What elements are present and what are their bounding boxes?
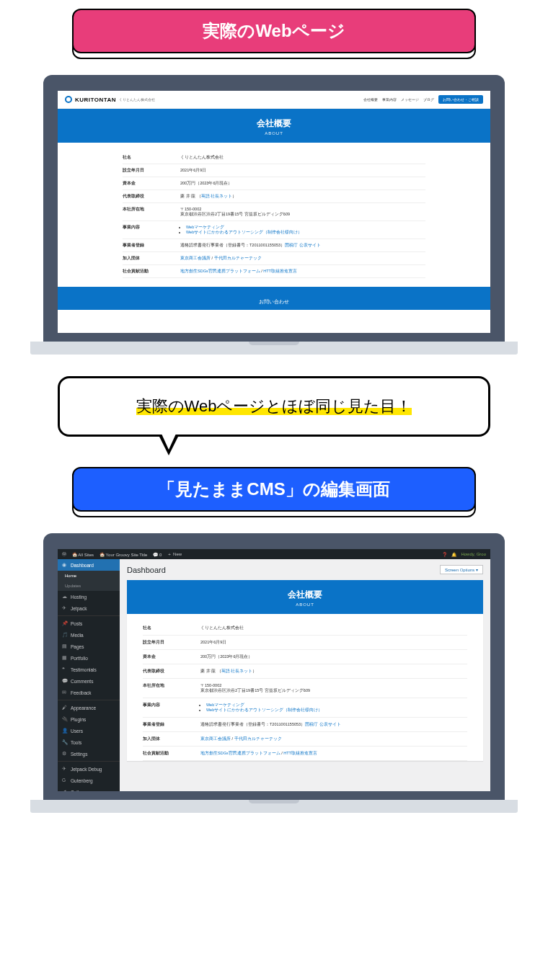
wp-main: Dashboard Screen Options ▾ 会社概要 ABOUT 社名… bbox=[120, 559, 490, 791]
sidebar-item-label: Media bbox=[71, 633, 84, 638]
site-logo: KURITONTAN bbox=[75, 97, 116, 103]
sidebar-item-label: Pages bbox=[71, 644, 84, 649]
row-value: 適格請求書発行事業者（登録番号：T2011001155053）国税庁 公表サイト bbox=[200, 722, 467, 727]
page-subtitle: ABOUT bbox=[127, 602, 483, 607]
row-label: 代表取締役 bbox=[123, 194, 180, 199]
wp-admin-bar: ⓦ 🏠 All Sites 🏠 Your Groovy Site Title 💬… bbox=[58, 549, 490, 559]
row-value: WebマーケティングWebサイトにかかわるアウトソーシング（制作会社様向け） bbox=[180, 225, 425, 235]
sidebar-item-dashboard[interactable]: ◉Dashboard bbox=[58, 559, 120, 571]
bubble-tail-icon bbox=[159, 435, 179, 455]
sidebar-item-label: Jetpack Debug bbox=[71, 767, 102, 772]
brush-icon: 🖌 bbox=[62, 705, 68, 710]
port-icon: ▦ bbox=[62, 655, 68, 661]
nav-item[interactable]: メッセージ bbox=[401, 97, 419, 102]
sidebar-item-gutenberg[interactable]: GGutenberg bbox=[58, 775, 120, 786]
table-row: 設立年月日2021年6月9日 bbox=[123, 164, 425, 177]
sidebar-item-portfolio[interactable]: ▦Portfolio bbox=[58, 652, 120, 664]
sidebar-item-settings[interactable]: ⚙Settings bbox=[58, 748, 120, 760]
wp-logo-icon[interactable]: ⓦ bbox=[62, 551, 66, 558]
dashboard-heading: Dashboard bbox=[127, 566, 166, 574]
sidebar-item-label: Tools bbox=[71, 740, 81, 745]
row-label: 設立年月日 bbox=[143, 640, 200, 645]
actual-page-banner-label: 実際のWebページ bbox=[72, 9, 476, 53]
page-subtitle: ABOUT bbox=[58, 131, 490, 135]
page-title: 会社概要 bbox=[58, 117, 490, 130]
sidebar-item-label: Feedback bbox=[71, 690, 92, 695]
row-value: 200万円（2023年6月現在） bbox=[200, 654, 467, 659]
table-row: 事業内容WebマーケティングWebサイトにかかわるアウトソーシング（制作会社様向… bbox=[123, 221, 425, 239]
company-info-table: 社名くりとんたん株式会社設立年月日2021年6月9日資本金200万円（2023年… bbox=[143, 621, 467, 761]
row-label: 社名 bbox=[143, 625, 200, 631]
speech-bubble: 実際のWebページとほぼ同じ見た目！ bbox=[58, 376, 490, 437]
row-value: 栗 井 龍 （英語 社長ネット） bbox=[180, 194, 425, 199]
logo-icon bbox=[65, 96, 72, 103]
row-label: 資本金 bbox=[123, 181, 180, 186]
all-sites-link[interactable]: 🏠 All Sites bbox=[72, 552, 94, 557]
editor-preview: 会社概要 ABOUT 社名くりとんたん株式会社設立年月日2021年6月9日資本金… bbox=[127, 580, 483, 761]
cms-editor-banner: 「見たままCMS」の編集画面 bbox=[72, 467, 476, 512]
row-value: 東京商工会議所 / 千代田カルチャーテック bbox=[180, 256, 425, 261]
sidebar-item-jetpack[interactable]: ✈Jetpack bbox=[58, 602, 120, 614]
company-info-table: 社名くりとんたん株式会社設立年月日2021年6月9日資本金200万円（2023年… bbox=[123, 151, 425, 278]
help-icon[interactable]: ❓ bbox=[442, 552, 447, 557]
site-logo-sub: くりとんたん株式会社 bbox=[119, 97, 155, 102]
sidebar-item-comments[interactable]: 💬Comments bbox=[58, 675, 120, 687]
sidebar-item-label: Comments bbox=[71, 679, 93, 684]
sidebar-item-posts[interactable]: 📌Posts bbox=[58, 618, 120, 629]
sidebar-item-tools[interactable]: 🔧Tools bbox=[58, 736, 120, 748]
notification-icon[interactable]: 🔔 bbox=[451, 552, 456, 557]
sidebar-item-jetpack-debug[interactable]: ✈Jetpack Debug bbox=[58, 763, 120, 775]
row-label: 本社所在地 bbox=[123, 207, 180, 217]
feed-icon: ✉ bbox=[62, 690, 68, 695]
nav-item[interactable]: ブログ bbox=[423, 97, 434, 102]
screen-options-button[interactable]: Screen Options ▾ bbox=[440, 565, 483, 574]
new-button[interactable]: ＋ New bbox=[167, 551, 182, 558]
comment-icon: 💬 bbox=[62, 678, 68, 684]
sidebar-item-pages[interactable]: ▤Pages bbox=[58, 641, 120, 652]
tool-icon: 🔧 bbox=[62, 739, 68, 745]
row-label: 事業内容 bbox=[143, 703, 200, 713]
row-value: 2021年6月9日 bbox=[180, 168, 425, 173]
sidebar-item-plugins[interactable]: 🔌Plugins bbox=[58, 713, 120, 725]
row-label: 加入団体 bbox=[143, 736, 200, 741]
row-label: 事業者登録 bbox=[123, 243, 180, 248]
row-value: くりとんたん株式会社 bbox=[200, 625, 467, 631]
sidebar-item-updates[interactable]: Updates bbox=[58, 581, 120, 591]
sidebar-item-testimonials[interactable]: ❝Testimonials bbox=[58, 664, 120, 675]
sidebar-item-label: Appearance bbox=[71, 705, 96, 710]
table-row: 代表取締役栗 井 龍 （英語 社長ネット） bbox=[143, 664, 467, 679]
table-row: 事業内容WebマーケティングWebサイトにかかわるアウトソーシング（制作会社様向… bbox=[143, 698, 467, 718]
sidebar-item-hosting[interactable]: ☁Hosting bbox=[58, 591, 120, 602]
sidebar-item-home[interactable]: Home bbox=[58, 571, 120, 581]
sidebar-item-label: Home bbox=[65, 574, 76, 578]
table-row: 社会貢献活動地方創生SDGs官民連携プラットフォーム / HTT取組推進宣言 bbox=[143, 747, 467, 761]
row-value: 地方創生SDGs官民連携プラットフォーム / HTT取組推進宣言 bbox=[200, 751, 467, 756]
row-label: 事業内容 bbox=[123, 225, 180, 235]
contact-button[interactable]: お問い合わせ・ご相談 bbox=[438, 95, 483, 104]
site-title-link[interactable]: 🏠 Your Groovy Site Title bbox=[100, 552, 147, 557]
sidebar-item-feedback[interactable]: ✉Feedback bbox=[58, 687, 120, 698]
table-row: 資本金200万円（2023年6月現在） bbox=[123, 177, 425, 190]
table-row: 加入団体東京商工会議所 / 千代田カルチャーテック bbox=[143, 732, 467, 747]
sidebar-item-users[interactable]: 👤Users bbox=[58, 725, 120, 736]
nav-item[interactable]: 事業内容 bbox=[382, 97, 397, 102]
cms-editor-banner-label: 「見たままCMS」の編集画面 bbox=[72, 467, 476, 512]
row-label: 社会貢献活動 bbox=[143, 751, 200, 756]
sidebar-item-label: Jetpack bbox=[71, 606, 87, 611]
nav-item[interactable]: 会社概要 bbox=[363, 97, 378, 102]
sidebar-item-media[interactable]: 🎵Media bbox=[58, 629, 120, 641]
row-label: 設立年月日 bbox=[123, 168, 180, 173]
sidebar-item-collapse-menu[interactable]: ◀Collapse menu bbox=[58, 786, 120, 791]
howdy-user[interactable]: Howdy, Groo bbox=[461, 552, 486, 556]
sidebar-item-label: Portfolio bbox=[71, 656, 88, 661]
comments-count[interactable]: 💬 0 bbox=[153, 552, 162, 557]
table-row: 社名くりとんたん株式会社 bbox=[123, 151, 425, 164]
bubble-text: 実際のWebページとほぼ同じ見た目！ bbox=[136, 397, 412, 415]
jet-icon: ✈ bbox=[62, 605, 68, 611]
table-row: 本社所在地〒150-0002東京都渋谷区渋谷2丁目19番15号 宮益坂ビルディン… bbox=[143, 679, 467, 698]
media-icon: 🎵 bbox=[62, 632, 68, 638]
sidebar-item-appearance[interactable]: 🖌Appearance bbox=[58, 702, 120, 713]
table-row: 加入団体東京商工会議所 / 千代田カルチャーテック bbox=[123, 252, 425, 265]
row-value: 2021年6月9日 bbox=[200, 640, 467, 645]
sidebar-item-label: Dashboard bbox=[71, 563, 94, 568]
